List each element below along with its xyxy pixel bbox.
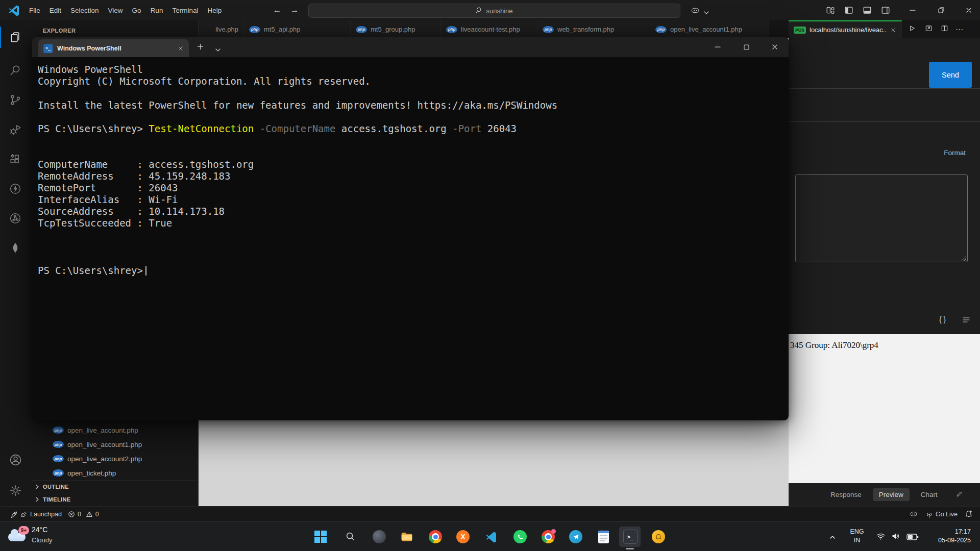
customize-layout-icon[interactable] (826, 6, 835, 17)
xampp-icon[interactable]: X (456, 530, 470, 544)
send-button[interactable]: Send (929, 62, 972, 88)
terminal-titlebar[interactable]: >_ Windows PowerShell (32, 37, 789, 57)
explorer-icon[interactable] (9, 31, 22, 44)
vscode-taskbar-icon[interactable] (484, 530, 498, 544)
wifi-icon[interactable] (876, 532, 886, 542)
back-button[interactable]: ← (270, 5, 285, 15)
resize-handle[interactable] (961, 256, 966, 261)
outline-section[interactable]: OUTLINE (31, 480, 198, 493)
php-file-icon: php (53, 441, 64, 448)
terminal-tab[interactable]: >_ Windows PowerShell (38, 39, 189, 57)
tab-preview[interactable]: Preview (873, 488, 910, 501)
hidden-icons-chevron[interactable] (829, 533, 836, 542)
settings-gear-icon[interactable] (9, 484, 22, 497)
menu-file[interactable]: File (24, 0, 45, 20)
go-live-item[interactable]: Go Live (925, 507, 958, 522)
whatsapp-icon[interactable] (513, 530, 527, 544)
cmdlet-text: Test-NetConnection (149, 123, 254, 134)
close-tab-icon[interactable] (178, 45, 184, 52)
tab-liveaccount-test-php[interactable]: php liveaccount-test.php (441, 20, 537, 38)
graph-share-icon[interactable] (9, 212, 22, 225)
response-preview-text: 345 Group: Ali7020\grp4 (790, 340, 878, 350)
mongodb-icon[interactable] (9, 241, 22, 255)
file-item[interactable]: php open_live_account1.php (31, 437, 198, 452)
tab-localhost-request[interactable]: POS localhost/sunshine/liveac.. (789, 20, 902, 38)
menu-go[interactable]: Go (128, 0, 146, 20)
request-body-textarea[interactable] (795, 174, 968, 262)
file-item[interactable]: php open_live_account2.php (31, 452, 198, 466)
volume-icon[interactable] (891, 532, 900, 542)
menu-terminal[interactable]: Terminal (167, 0, 203, 20)
run-request-icon[interactable] (908, 24, 916, 34)
window-restore-button[interactable] (930, 0, 952, 20)
problems-item[interactable]: 0 0 (65, 507, 102, 522)
toggle-secondary-sidebar-icon[interactable] (881, 6, 890, 17)
terminal-line: RemotePort : 26043 (38, 182, 789, 194)
extensions-icon[interactable] (9, 153, 22, 166)
app-yellow-icon[interactable] (651, 530, 666, 544)
command-center-search[interactable]: sunshine (308, 4, 680, 18)
run-debug-icon[interactable] (9, 123, 22, 136)
toggle-panel-icon[interactable] (863, 6, 872, 17)
menu-run[interactable]: Run (146, 0, 168, 20)
language-indicator[interactable]: ENGIN (848, 528, 866, 545)
file-label: open_ticket.php (67, 469, 116, 477)
terminal-close-button[interactable] (763, 37, 787, 57)
tab-label: mt5_group.php (371, 26, 415, 33)
terminal-minimize-button[interactable] (706, 37, 729, 57)
timeline-section[interactable]: TIMELINE (31, 493, 198, 506)
tab-dropdown-icon[interactable] (215, 45, 221, 55)
forward-button[interactable]: → (287, 5, 302, 15)
chrome-icon[interactable] (428, 530, 443, 544)
clock[interactable]: 17:1705-09-2025 (927, 528, 971, 545)
menu-edit[interactable]: Edit (45, 0, 66, 20)
tab-response[interactable]: Response (824, 488, 868, 501)
chrome-profile-icon[interactable] (541, 530, 555, 544)
account-icon[interactable] (9, 453, 22, 466)
terminal-maximize-button[interactable] (734, 37, 758, 57)
search-sidebar-icon[interactable] (9, 64, 22, 77)
tab-mt5-api-php[interactable]: php mt5_api.php (244, 20, 351, 38)
tab-chart[interactable]: Chart (915, 488, 944, 501)
start-button[interactable] (313, 530, 328, 544)
menu-selection[interactable]: Selection (66, 0, 104, 20)
window-close-button[interactable] (958, 0, 980, 20)
terminal-output[interactable]: Windows PowerShell Copyright (C) Microso… (32, 57, 789, 420)
window-minimize-button[interactable] (901, 0, 924, 20)
notepad-icon[interactable] (596, 530, 610, 544)
thunder-client-icon[interactable] (9, 182, 22, 195)
menu-lines-icon[interactable] (962, 316, 970, 325)
terminal-taskbar-icon[interactable]: >_ (623, 530, 638, 544)
new-tab-icon[interactable] (197, 43, 204, 53)
file-item[interactable]: php open_live_account.php (31, 423, 198, 437)
menu-help[interactable]: Help (203, 0, 226, 20)
toggle-primary-sidebar-icon[interactable] (844, 6, 853, 17)
browser-icon[interactable] (372, 530, 386, 544)
split-editor-icon[interactable] (941, 24, 948, 34)
source-control-icon[interactable] (9, 93, 22, 107)
notifications-bell-icon[interactable] (965, 510, 973, 519)
tab-mt5-group-php[interactable]: php mt5_group.php (351, 20, 441, 38)
launchpad-item[interactable]: Launchpad (7, 507, 65, 522)
more-actions-icon[interactable]: ⋯ (955, 25, 964, 34)
tab-web-transform-php[interactable]: php web_transform.php (537, 20, 650, 38)
edit-pencil-icon[interactable] (956, 490, 963, 499)
system-tray: ENGIN 17:1705-09-2025 (827, 522, 980, 551)
format-label[interactable]: Format (944, 149, 966, 157)
file-item[interactable]: php open_ticket.php (31, 466, 198, 480)
close-icon[interactable] (890, 27, 896, 33)
taskbar-search-icon[interactable] (343, 530, 357, 544)
open-in-editor-icon[interactable] (925, 24, 933, 34)
app-blue-icon[interactable] (569, 530, 583, 544)
chevron-down-icon[interactable] (703, 8, 709, 17)
tab-live-php[interactable]: live.php (199, 20, 244, 38)
search-icon (476, 7, 483, 15)
copilot-icon[interactable] (690, 5, 700, 17)
file-explorer-icon[interactable] (400, 530, 414, 544)
battery-icon[interactable] (906, 533, 919, 542)
braces-icon[interactable]: { } (939, 315, 946, 323)
search-query-text: sunshine (486, 7, 512, 15)
menu-view[interactable]: View (104, 0, 128, 20)
copilot-status-icon[interactable] (909, 509, 918, 520)
tab-open-live-account1-php[interactable]: php open_live_account1.php (650, 20, 769, 38)
